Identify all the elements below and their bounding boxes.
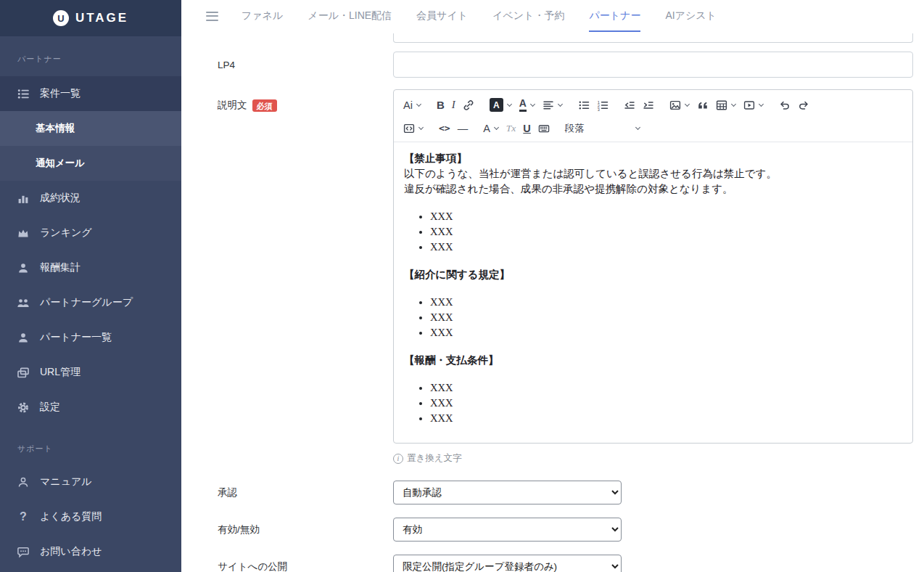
blockquote-button[interactable] bbox=[693, 95, 712, 115]
editor-content-area[interactable]: 【禁止事項】 以下のような、当社が運営または認可していると誤認させる行為は禁止で… bbox=[394, 142, 912, 443]
approval-label: 承認 bbox=[181, 481, 393, 504]
sidebar-item-label: 基本情報 bbox=[36, 122, 75, 135]
lp4-input[interactable] bbox=[393, 52, 913, 78]
horizontal-rule-button[interactable]: — bbox=[454, 118, 472, 138]
rich-text-editor: Ai B I A A <> — bbox=[393, 89, 913, 444]
chevron-down-icon bbox=[507, 102, 512, 107]
gear-icon bbox=[16, 401, 30, 414]
person-outline-icon bbox=[16, 476, 30, 489]
tab-event-reservation[interactable]: イベント・予約 bbox=[492, 0, 564, 32]
bullet-list-icon bbox=[578, 99, 590, 111]
editor-heading: 【報酬・支払条件】 bbox=[404, 353, 902, 368]
sidebar-item-ranking[interactable]: ランキング bbox=[0, 216, 181, 250]
enabled-select[interactable]: 有効 bbox=[393, 518, 622, 542]
tab-partner[interactable]: パートナー bbox=[589, 0, 640, 32]
inline-code-button[interactable]: <> bbox=[435, 118, 454, 138]
align-icon bbox=[543, 99, 554, 111]
image-button[interactable] bbox=[666, 95, 693, 115]
editor-toolbar-row-2: <> — A Tx U 段落 bbox=[394, 118, 912, 142]
list-item: XXX bbox=[430, 209, 902, 224]
editor-toolbar-row-1: Ai B I A A bbox=[394, 90, 912, 118]
sidebar-item-label: 成約状況 bbox=[40, 192, 81, 205]
italic-button[interactable]: I bbox=[448, 95, 459, 115]
editor-heading: 【紹介に関する規定】 bbox=[404, 267, 902, 282]
sidebar-item-label: お問い合わせ bbox=[40, 545, 102, 558]
indent-button[interactable] bbox=[639, 95, 658, 115]
table-button[interactable] bbox=[712, 95, 740, 115]
chevron-down-icon bbox=[530, 102, 535, 107]
chevron-down-icon bbox=[635, 125, 640, 130]
sidebar-item-faq[interactable]: ? よくある質問 bbox=[0, 499, 181, 534]
reward-person-icon bbox=[16, 262, 30, 274]
editor-heading: 【禁止事項】 bbox=[404, 151, 902, 166]
font-color-button[interactable]: A bbox=[516, 95, 539, 115]
numbered-list-button[interactable] bbox=[593, 95, 612, 115]
sidebar-item-label: 通知メール bbox=[36, 157, 85, 170]
redo-button[interactable] bbox=[794, 95, 813, 115]
bold-button[interactable]: B bbox=[433, 95, 448, 115]
numbered-list-icon bbox=[597, 99, 609, 111]
sidebar-item-manual[interactable]: マニュアル bbox=[0, 465, 181, 499]
sidebar-item-label: URL管理 bbox=[40, 366, 81, 379]
clear-format-button[interactable]: Tx bbox=[503, 118, 520, 138]
paragraph-style-dropdown[interactable]: 段落 bbox=[562, 122, 643, 135]
highlight-icon: A bbox=[490, 98, 503, 112]
sidebar-item-label: パートナーグループ bbox=[40, 296, 133, 309]
menu-toggle-icon[interactable] bbox=[206, 12, 218, 21]
special-characters-button[interactable] bbox=[535, 118, 553, 138]
approval-row: 承認 自動承認 bbox=[181, 481, 924, 504]
link-icon bbox=[463, 99, 474, 111]
sidebar-item-partner-group[interactable]: パートナーグループ bbox=[0, 285, 181, 320]
list-item: XXX bbox=[430, 325, 902, 340]
sidebar-item-reward-summary[interactable]: 報酬集計 bbox=[0, 250, 181, 285]
chevron-down-icon bbox=[759, 102, 764, 107]
description-row: 説明文必須 Ai B I A A bbox=[181, 89, 924, 444]
utage-logo[interactable]: U UTAGE bbox=[0, 0, 181, 36]
tab-funnel[interactable]: ファネル bbox=[242, 0, 283, 32]
outdent-button[interactable] bbox=[620, 95, 639, 115]
sidebar-item-label: よくある質問 bbox=[40, 510, 102, 523]
sidebar-item-contact[interactable]: お問い合わせ bbox=[0, 534, 181, 569]
approval-select[interactable]: 自動承認 bbox=[393, 481, 622, 504]
sidebar-item-label: パートナー一覧 bbox=[40, 331, 112, 344]
align-button[interactable] bbox=[539, 95, 566, 115]
sidebar-item-projects[interactable]: 案件一覧 bbox=[0, 76, 181, 111]
tab-member-site[interactable]: 会員サイト bbox=[416, 0, 468, 32]
ai-assist-button[interactable]: Ai bbox=[400, 95, 425, 115]
replacement-characters-link[interactable]: 置き換え文字 bbox=[393, 452, 924, 465]
undo-icon bbox=[779, 99, 791, 111]
bullet-list-button[interactable] bbox=[574, 95, 593, 115]
undo-button[interactable] bbox=[775, 95, 794, 115]
previous-field-input[interactable] bbox=[393, 33, 913, 43]
sidebar-item-contract-status[interactable]: 成約状況 bbox=[0, 181, 181, 216]
tab-mail-line[interactable]: メール・LINE配信 bbox=[308, 0, 392, 32]
list-item: XXX bbox=[430, 295, 902, 310]
replacement-characters-label: 置き換え文字 bbox=[407, 452, 462, 465]
site-publish-select[interactable]: 限定公開(指定グループ登録者のみ) bbox=[393, 555, 622, 572]
list-item: XXX bbox=[430, 396, 902, 411]
link-button[interactable] bbox=[459, 95, 478, 115]
editor-bullet-list: XXX XXX XXX bbox=[404, 209, 902, 255]
utage-logo-icon: U bbox=[53, 10, 69, 26]
sidebar-item-basic-info[interactable]: 基本情報 bbox=[0, 111, 181, 146]
underline-button[interactable]: U bbox=[519, 118, 534, 138]
tab-ai-assist[interactable]: AIアシスト bbox=[665, 0, 717, 32]
sidebar-item-partner-list[interactable]: パートナー一覧 bbox=[0, 320, 181, 355]
required-badge: 必須 bbox=[252, 99, 277, 112]
site-publish-row: サイトへの公開 限定公開(指定グループ登録者のみ) bbox=[181, 555, 924, 572]
editor-bullet-list: XXX XXX XXX bbox=[404, 380, 902, 426]
sidebar-section-support: サポート bbox=[17, 444, 181, 454]
sidebar-item-settings[interactable]: 設定 bbox=[0, 390, 181, 425]
highlight-color-button[interactable]: A bbox=[486, 95, 516, 115]
media-button[interactable] bbox=[740, 95, 767, 115]
code-block-button[interactable] bbox=[400, 118, 427, 138]
sidebar-item-notification-mail[interactable]: 通知メール bbox=[0, 146, 181, 181]
sidebar-item-url-management[interactable]: URL管理 bbox=[0, 355, 181, 390]
font-size-button[interactable]: A bbox=[479, 118, 503, 138]
lp4-row: LP4 bbox=[181, 52, 924, 78]
enabled-label: 有効/無効 bbox=[181, 518, 393, 542]
info-icon bbox=[393, 454, 403, 464]
redo-icon bbox=[798, 99, 809, 111]
top-header: ファネル メール・LINE配信 会員サイト イベント・予約 パートナー AIアシ… bbox=[181, 0, 924, 32]
code-block-icon bbox=[403, 123, 415, 134]
